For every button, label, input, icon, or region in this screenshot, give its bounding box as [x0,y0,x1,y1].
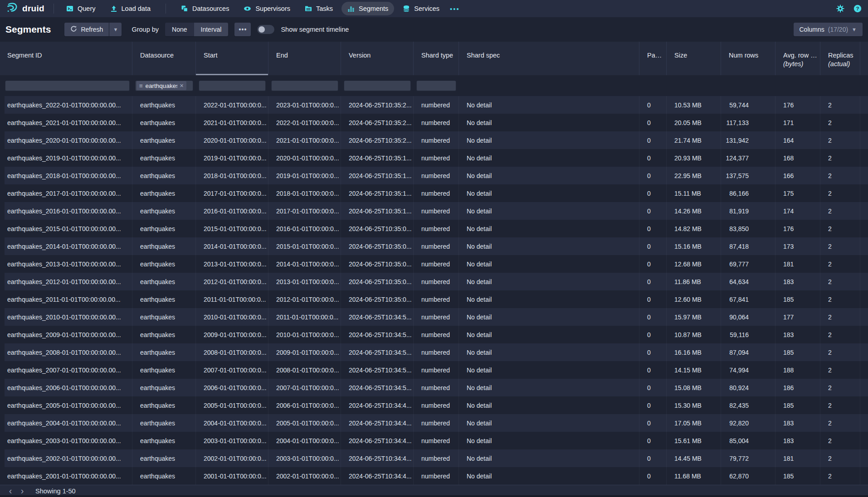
cell-version: 2024-06-25T10:35:1... [341,184,414,202]
cell-partition: 0 [639,220,667,237]
cell-shard_spec: No detail [459,202,639,220]
table-row[interactable]: earthquakes_2014-01-01T00:00:00.00...ear… [0,237,868,255]
filter-input-segment_id[interactable] [5,80,130,91]
refresh-options-button[interactable]: ▼ [109,23,122,36]
table-row[interactable]: earthquakes_2015-01-01T00:00:00.00...ear… [0,220,868,237]
nav-tab-query[interactable]: Query [60,2,102,15]
table-row[interactable]: earthquakes_2018-01-01T00:00:00.00...ear… [0,167,868,184]
table-row[interactable]: earthquakes_2004-01-01T00:00:00.00...ear… [0,414,868,432]
column-header-shard_spec[interactable]: Shard spec [459,42,639,75]
gear-icon[interactable] [836,5,844,13]
filter-input-version[interactable] [344,80,411,91]
nav-tab-services[interactable]: Services [397,2,445,15]
refresh-button[interactable]: Refresh [64,23,109,36]
cell-replicas: 2 [820,273,860,290]
brand[interactable]: druid [6,2,44,15]
cell-shard_spec: No detail [459,184,639,202]
cell-datasource: earthquakes [132,255,196,273]
cell-size: 12.60 MB [667,290,721,308]
horizontal-scrollbar[interactable] [0,495,868,497]
nav-more-button[interactable]: ••• [445,5,464,13]
cell-avg_row_size: 183 [775,414,820,432]
table-row[interactable]: earthquakes_2020-01-01T00:00:00.00...ear… [0,131,868,149]
table-row[interactable]: earthquakes_2012-01-01T00:00:00.00...ear… [0,273,868,290]
column-header-avg_row_size[interactable]: Avg. row size(bytes) [775,42,820,75]
segment-timeline-toggle[interactable] [257,25,274,34]
column-header-segment_id[interactable]: Segment ID [0,42,132,75]
cell-shard_type: numbered [414,184,459,202]
filter-cell-end [268,75,341,96]
cell-shard_spec: No detail [459,114,639,131]
table-row[interactable]: earthquakes_2009-01-01T00:00:00.00...ear… [0,326,868,343]
cell-replicas: 2 [820,414,860,432]
pagination-footer: ‹ › Showing 1-50 [0,485,868,497]
cell-size: 12.68 MB [667,255,721,273]
group-by-option-none[interactable]: None [165,23,194,36]
table-row[interactable]: earthquakes_2005-01-01T00:00:00.00...ear… [0,396,868,414]
cell-num_rows: 92,820 [721,414,775,432]
column-header-start[interactable]: Start [196,42,268,75]
nav-tab-tasks[interactable]: Tasks [299,2,339,15]
column-header-replicas[interactable]: Replicas(actual) [820,42,860,75]
cell-replication_factor: 2 [860,308,868,326]
column-header-partition[interactable]: Partition [639,42,667,75]
table-row[interactable]: earthquakes_2008-01-01T00:00:00.00...ear… [0,343,868,361]
column-header-replication_factor[interactable]: Replication factor(configured) [860,42,868,75]
nav-tab-load-data[interactable]: Load data [104,2,157,15]
cell-start: 2020-01-01T00:00:0... [196,131,268,149]
column-header-size[interactable]: Size [667,42,721,75]
cell-num_rows: 79,772 [721,449,775,467]
cell-num_rows: 87,094 [721,343,775,361]
filter-input-datasource[interactable]: =earthquakes× [135,80,193,91]
nav-divider [54,4,54,14]
table-row[interactable]: earthquakes_2021-01-01T00:00:00.00...ear… [0,114,868,131]
table-row[interactable]: earthquakes_2017-01-01T00:00:00.00...ear… [0,184,868,202]
cell-datasource: earthquakes [132,414,196,432]
remove-filter-icon[interactable]: × [180,82,184,89]
columns-button[interactable]: Columns (17/20) ▼ [794,23,863,36]
table-row[interactable]: earthquakes_2013-01-01T00:00:00.00...ear… [0,255,868,273]
column-header-datasource[interactable]: Datasource [132,42,196,75]
table-row[interactable]: earthquakes_2001-01-01T00:00:00.00...ear… [0,467,868,485]
group-by-option-interval[interactable]: Interval [194,23,229,36]
previous-page-button[interactable]: ‹ [5,486,16,496]
next-page-button[interactable]: › [16,486,28,496]
cell-partition: 0 [639,432,667,449]
column-header-end[interactable]: End [268,42,341,75]
filter-tag-datasource[interactable]: =earthquakes× [137,81,186,90]
table-row[interactable]: earthquakes_2011-01-01T00:00:00.00...ear… [0,290,868,308]
nav-tab-supervisors[interactable]: Supervisors [238,2,296,15]
filter-input-end[interactable] [271,80,338,91]
cell-shard_spec: No detail [459,220,639,237]
cell-start: 2004-01-01T00:00:0... [196,414,268,432]
cell-replicas: 2 [820,184,860,202]
help-icon[interactable]: ? [853,5,862,13]
table-row[interactable]: earthquakes_2006-01-01T00:00:00.00...ear… [0,379,868,396]
cell-shard_type: numbered [414,114,459,131]
table-row[interactable]: earthquakes_2003-01-01T00:00:00.00...ear… [0,432,868,449]
table-row[interactable]: earthquakes_2007-01-01T00:00:00.00...ear… [0,361,868,379]
column-header-num_rows[interactable]: Num rows [721,42,775,75]
table-row[interactable]: earthquakes_2002-01-01T00:00:00.00...ear… [0,449,868,467]
nav-tab-segments[interactable]: Segments [341,2,394,15]
column-header-shard_type[interactable]: Shard type [414,42,459,75]
nav-tab-datasources[interactable]: Datasources [175,2,235,15]
toolbar-more-button[interactable]: ••• [234,23,251,36]
tasks-icon [305,5,312,12]
cell-datasource: earthquakes [132,131,196,149]
table-row[interactable]: earthquakes_2022-01-01T00:00:00.00...ear… [0,96,868,114]
showing-range-label: Showing 1-50 [35,487,76,495]
filter-input-start[interactable] [199,80,266,91]
table-row[interactable]: earthquakes_2019-01-01T00:00:00.00...ear… [0,149,868,167]
cell-num_rows: 87,418 [721,237,775,255]
cell-num_rows: 137,575 [721,167,775,184]
cell-end: 2005-01-01T00:00:0... [268,414,341,432]
table-row[interactable]: earthquakes_2016-01-01T00:00:00.00...ear… [0,202,868,220]
cell-size: 11.86 MB [667,273,721,290]
cell-replicas: 2 [820,220,860,237]
nav-right-actions: ? [836,5,862,13]
cell-replicas: 2 [820,149,860,167]
filter-input-shard_type[interactable] [416,80,456,91]
column-header-version[interactable]: Version [341,42,414,75]
table-row[interactable]: earthquakes_2010-01-01T00:00:00.00...ear… [0,308,868,326]
